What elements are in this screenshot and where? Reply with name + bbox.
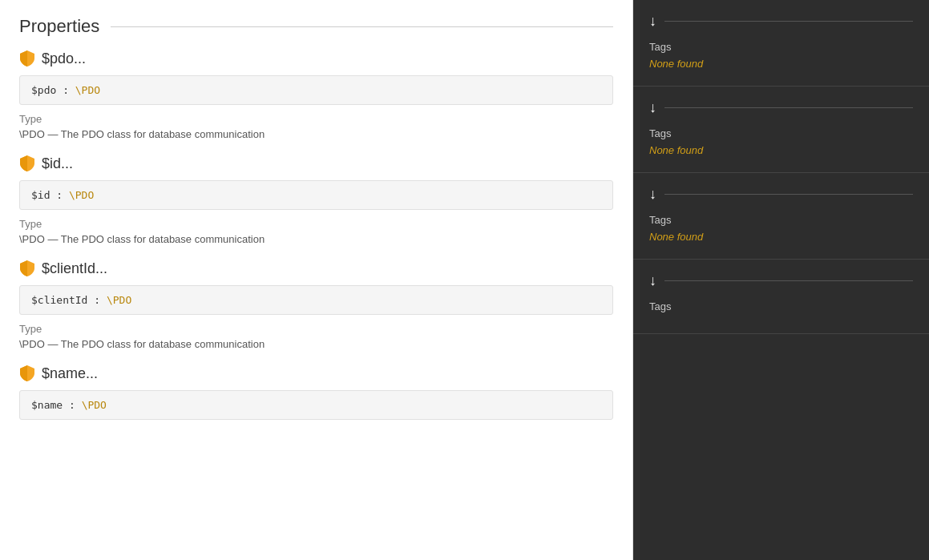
pdo-type-value: \PDO — The PDO class for database commun… <box>19 128 613 140</box>
none-found-2: None found <box>649 144 913 156</box>
clientid-code-var: $clientId <box>31 294 87 306</box>
left-panel: Properties $pdo... $pdo : \PDO Type \PDO… <box>0 0 633 560</box>
property-id: $id... $id : \PDO Type \PDO — The PDO cl… <box>19 155 613 245</box>
right-section-1: ↓ Tags None found <box>633 0 929 87</box>
property-clientid: $clientId... $clientId : \PDO Type \PDO … <box>19 260 613 350</box>
name-code-var: $name <box>31 399 63 411</box>
down-arrow-icon-1: ↓ <box>649 13 656 30</box>
title-divider <box>111 26 613 27</box>
pdo-code-var: $pdo <box>31 84 56 96</box>
right-panel: ↓ Tags None found ↓ Tags None found ↓ Ta… <box>633 0 929 560</box>
shield-icon-pdo <box>19 50 35 67</box>
right-section-4-header: ↓ <box>649 272 913 289</box>
down-arrow-icon-4: ↓ <box>649 272 656 289</box>
property-clientid-title: $clientId... <box>42 260 107 277</box>
page-title-text: Properties <box>19 16 99 37</box>
property-pdo-title: $pdo... <box>42 50 86 67</box>
property-pdo: $pdo... $pdo : \PDO Type \PDO — The PDO … <box>19 50 613 140</box>
none-found-1: None found <box>649 58 913 70</box>
right-section-3-line <box>664 194 913 195</box>
property-id-code: $id : \PDO <box>19 180 613 210</box>
right-section-4-line <box>664 280 913 281</box>
right-section-2-header: ↓ <box>649 99 913 116</box>
id-code-colon: : <box>50 189 68 201</box>
name-code-type: \PDO <box>82 399 107 411</box>
tags-label-2: Tags <box>649 127 913 139</box>
pdo-type-label: Type <box>19 113 613 125</box>
property-id-name: $id... <box>19 155 613 172</box>
right-section-3: ↓ Tags None found <box>633 173 929 260</box>
id-type-value: \PDO — The PDO class for database commun… <box>19 233 613 245</box>
right-section-4: ↓ Tags <box>633 260 929 334</box>
id-code-var: $id <box>31 189 50 201</box>
property-clientid-code: $clientId : \PDO <box>19 285 613 315</box>
pdo-code-type: \PDO <box>75 84 100 96</box>
tags-label-1: Tags <box>649 41 913 53</box>
property-name-code: $name : \PDO <box>19 390 613 420</box>
id-code-type: \PDO <box>69 189 94 201</box>
name-code-colon: : <box>63 399 81 411</box>
property-clientid-name: $clientId... <box>19 260 613 277</box>
shield-icon-name <box>19 365 35 382</box>
property-name-title: $name... <box>42 365 98 382</box>
none-found-3: None found <box>649 231 913 243</box>
down-arrow-icon-2: ↓ <box>649 99 656 116</box>
right-section-1-line <box>664 21 913 22</box>
tags-label-3: Tags <box>649 214 913 226</box>
right-section-2: ↓ Tags None found <box>633 87 929 173</box>
shield-icon-id <box>19 155 35 172</box>
right-section-3-header: ↓ <box>649 186 913 203</box>
clientid-type-label: Type <box>19 323 613 335</box>
pdo-code-colon: : <box>56 84 75 96</box>
shield-icon-clientid <box>19 260 35 277</box>
down-arrow-icon-3: ↓ <box>649 186 656 203</box>
right-section-1-header: ↓ <box>649 13 913 30</box>
property-name: $name... $name : \PDO <box>19 365 613 420</box>
property-pdo-code: $pdo : \PDO <box>19 75 613 105</box>
id-type-label: Type <box>19 218 613 230</box>
page-title: Properties <box>19 16 613 37</box>
clientid-code-colon: : <box>87 294 106 306</box>
property-id-title: $id... <box>42 155 73 172</box>
clientid-type-value: \PDO — The PDO class for database commun… <box>19 338 613 350</box>
tags-label-4: Tags <box>649 300 913 312</box>
property-name-heading: $name... <box>19 365 613 382</box>
property-pdo-name: $pdo... <box>19 50 613 67</box>
right-section-2-line <box>664 107 913 108</box>
clientid-code-type: \PDO <box>107 294 131 306</box>
